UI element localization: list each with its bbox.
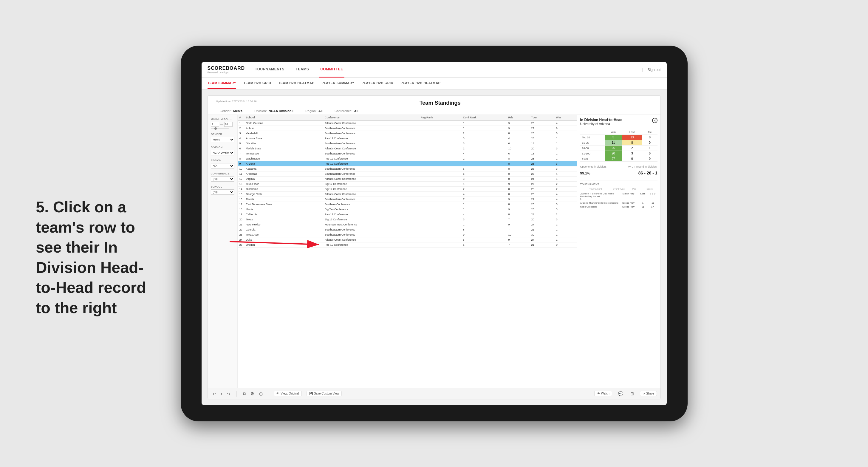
- subnav-player-h2h-grid[interactable]: PLAYER H2H GRID: [362, 77, 393, 89]
- col-school: School: [244, 115, 323, 121]
- cell-reg-rank: [418, 141, 461, 146]
- cell-conf-rank: 2: [461, 146, 506, 151]
- table-row[interactable]: 20 Texas Big 12 Conference 3 7 20 3: [238, 217, 577, 222]
- nav-tournaments[interactable]: TOURNAMENTS: [254, 62, 286, 77]
- cell-rds: 6: [506, 141, 529, 146]
- table-row[interactable]: 2 Auburn Southeastern Conference 1 9 27 …: [238, 126, 577, 131]
- gender-select[interactable]: Men's: [211, 137, 235, 142]
- table-row[interactable]: 21 New Mexico Mountain West Conference 1…: [238, 222, 577, 227]
- table-row[interactable]: 25 Oregon Pac-12 Conference 5 7 21 0: [238, 243, 577, 248]
- table-row[interactable]: 12 Virginia Atlantic Coast Conference 3 …: [238, 177, 577, 182]
- cell-reg-rank: [418, 202, 461, 207]
- range-slider[interactable]: [211, 128, 229, 129]
- view-original-button[interactable]: 👁 View: Original: [274, 391, 302, 396]
- cell-tour: 23: [530, 202, 554, 207]
- undo-button[interactable]: ↩: [211, 391, 217, 397]
- min-rounds-max-input[interactable]: [224, 122, 232, 127]
- cell-conference: Southern Conference: [323, 202, 419, 207]
- save-custom-button[interactable]: 💾 Save Custom View: [307, 391, 342, 396]
- h2h-header-row: Win Loss Tie: [580, 130, 657, 135]
- conference-select[interactable]: (All): [211, 176, 235, 182]
- copy-button[interactable]: ⧉: [242, 391, 247, 397]
- table-row[interactable]: 24 Duke Atlantic Coast Conference 5 9 27…: [238, 238, 577, 243]
- table-row[interactable]: 5 Ole Miss Southeastern Conference 3 6 1…: [238, 141, 577, 146]
- h2h-row-100plus: >100 27 0 0: [580, 156, 657, 162]
- cell-win: 1: [554, 238, 577, 243]
- cell-win: 1: [554, 151, 577, 156]
- table-row[interactable]: 10 Alabama Southeastern Conference 5 8 2…: [238, 166, 577, 172]
- table-row[interactable]: 3 Vanderbilt Southeastern Conference 2 8…: [238, 131, 577, 136]
- bottom-toolbar: ↩ ‹ ↪ ⧉ ⚙ ◷ 👁 View: Original: [208, 388, 660, 399]
- subnav-player-h2h-heatmap[interactable]: PLAYER H2H HEATMAP: [400, 77, 440, 89]
- table-row[interactable]: 19 California Pac-12 Conference 4 8 24 2: [238, 212, 577, 217]
- cell-conference: Big 12 Conference: [323, 217, 419, 222]
- cell-win: 4: [554, 121, 577, 126]
- table-row[interactable]: 17 East Tennessee State Southern Confere…: [238, 202, 577, 207]
- cell-conference: Southeastern Conference: [323, 166, 419, 172]
- comment-button[interactable]: 💬: [617, 391, 624, 397]
- table-row[interactable]: 18 Illinois Big Ten Conference 1 9 26 3: [238, 207, 577, 212]
- tablet-screen: SCOREBOARD Powered by clippd TOURNAMENTS…: [202, 62, 667, 405]
- subnav-team-summary[interactable]: TEAM SUMMARY: [208, 77, 237, 89]
- table-row[interactable]: 4 Arizona State Pac-12 Conference 3 4 26…: [238, 136, 577, 141]
- table-row[interactable]: 13 Texas Tech Big 12 Conference 1 9 27 2: [238, 182, 577, 187]
- col-rds: Rds: [506, 115, 529, 121]
- clock-button[interactable]: ◷: [258, 391, 264, 397]
- cell-conf-rank: 3: [461, 141, 506, 146]
- watch-button[interactable]: 👁 Watch: [594, 391, 612, 396]
- h2h-row-11-25: 11-25 11 8 0: [580, 140, 657, 146]
- cell-conference: Pac-12 Conference: [323, 136, 419, 141]
- table-row[interactable]: 23 Texas A&M Southeastern Conference 9 1…: [238, 232, 577, 238]
- range-thumb[interactable]: [214, 127, 217, 130]
- view-icon: 👁: [276, 392, 279, 395]
- cell-conf-rank: 1: [461, 207, 506, 212]
- subnav-team-h2h-grid[interactable]: TEAM H2H GRID: [243, 77, 271, 89]
- cell-rds: 8: [506, 202, 529, 207]
- cell-conf-rank: 3: [461, 217, 506, 222]
- table-row[interactable]: 16 Florida Southeastern Conference 7 9 2…: [238, 197, 577, 202]
- table-row[interactable]: 14 Oklahoma Big 12 Conference 2 8 26 2: [238, 187, 577, 192]
- nav-committee[interactable]: COMMITTEE: [319, 62, 344, 77]
- share-button[interactable]: ↗ Share: [640, 391, 657, 396]
- sign-out-link[interactable]: Sign out: [642, 68, 660, 72]
- nav-teams[interactable]: TEAMS: [294, 62, 310, 77]
- school-select[interactable]: (All): [211, 189, 235, 195]
- table-row[interactable]: 8 Washington Pac-12 Conference 2 8 23 1: [238, 156, 577, 161]
- table-row[interactable]: 22 Georgia Southeastern Conference 8 7 2…: [238, 227, 577, 232]
- cell-conf-rank: 5: [461, 166, 506, 172]
- annotation-text: 5. Click on a team's row to see their In…: [36, 197, 149, 318]
- cell-rank: 7: [238, 151, 244, 156]
- h2h-tie-51-100: 0: [642, 151, 657, 156]
- close-button[interactable]: ✕: [652, 118, 657, 123]
- redo-button[interactable]: ↪: [226, 391, 232, 397]
- subnav-player-summary[interactable]: PLAYER SUMMARY: [321, 77, 354, 89]
- h2h-col-loss: Loss: [622, 130, 642, 135]
- cell-conference: Pac-12 Conference: [323, 212, 419, 217]
- cell-tour: 24: [530, 212, 554, 217]
- cell-reg-rank: [418, 197, 461, 202]
- table-row[interactable]: 11 Arkansas Southeastern Conference 6 8 …: [238, 172, 577, 177]
- cell-rank: 23: [238, 232, 244, 238]
- h2h-label-100plus: >100: [580, 156, 605, 162]
- table-row[interactable]: 1 North Carolina Atlantic Coast Conferen…: [238, 121, 577, 126]
- cell-school: Georgia Tech: [244, 192, 323, 197]
- table-row[interactable]: 7 Tennessee Southeastern Conference 4 6 …: [238, 151, 577, 156]
- h2h-label-11-25: 11-25: [580, 140, 605, 146]
- grid-button[interactable]: ⊞: [629, 391, 635, 397]
- subnav-team-h2h-heatmap[interactable]: TEAM H2H HEATMAP: [278, 77, 314, 89]
- division-select[interactable]: NCAA Division I: [211, 150, 235, 155]
- table-row[interactable]: 6 Florida State Atlantic Coast Conferenc…: [238, 146, 577, 151]
- table-row[interactable]: 9 Arizona Pac-12 Conference 8 23 3: [238, 161, 577, 166]
- t3-type: Stroke Play: [619, 206, 638, 208]
- cell-rds: 8: [506, 131, 529, 136]
- cell-tour: 26: [530, 207, 554, 212]
- step-back-button[interactable]: ‹: [220, 391, 224, 397]
- cell-win: 3: [554, 207, 577, 212]
- min-rounds-sep: —: [220, 123, 223, 126]
- cell-rank: 11: [238, 172, 244, 177]
- min-rounds-input[interactable]: [211, 122, 219, 127]
- cell-conf-rank: 8: [461, 227, 506, 232]
- table-row[interactable]: 15 Georgia Tech Atlantic Coast Conferenc…: [238, 192, 577, 197]
- region-select[interactable]: N/A: [211, 163, 235, 168]
- settings-button[interactable]: ⚙: [249, 391, 255, 397]
